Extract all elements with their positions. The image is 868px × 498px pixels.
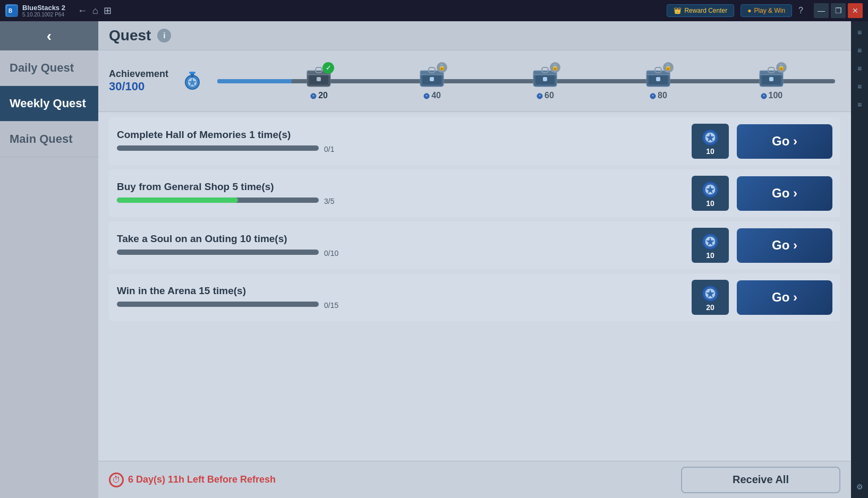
quest-reward-points-2: 10 [706,251,714,260]
milestone-80: 🔒 80 [643,62,674,100]
quest-item-3: Win in the Arena 15 time(s) 0/15 20 [109,273,840,321]
quest-go-button-1[interactable]: Go › [737,176,832,211]
quest-go-button-0[interactable]: Go › [737,124,832,159]
reward-center-button[interactable]: 👑 Reward Center [667,4,734,17]
quest-list: Complete Hall of Memories 1 time(s) 0/1 [98,112,851,461]
layout-nav-button[interactable]: ⊞ [104,5,112,16]
achievement-medal-icon [181,70,204,93]
achievement-progress-track: ✓ 20 [212,58,840,104]
milestone-20: ✓ 20 [303,62,334,100]
help-button[interactable]: ? [798,6,803,15]
quest-progress-bar-3 [117,302,319,307]
right-sidebar-icon-3[interactable]: ≡ [854,63,865,74]
svg-rect-39 [769,77,773,81]
restore-button[interactable]: ❐ [831,3,846,18]
milestone-40: 🔒 40 [416,62,447,100]
quest-info-3: Win in the Arena 15 time(s) 0/15 [117,285,684,310]
quest-info-0: Complete Hall of Memories 1 time(s) 0/1 [117,129,684,153]
quest-item-0: Complete Hall of Memories 1 time(s) 0/1 [109,117,840,165]
quest-item-1: Buy from General Shop 5 time(s) 3/5 [109,169,840,217]
titlebar-nav: ← ⌂ ⊞ [78,5,112,16]
timer-text: 6 Day(s) 11h Left Before Refresh [128,474,276,485]
quest-name-3: Win in the Arena 15 time(s) [117,285,684,297]
quest-header: Quest i [98,21,851,50]
app-version: 5.10.20.1002 P64 [22,12,65,18]
achievement-label: Achievement [109,68,168,80]
quest-progress-bar-2 [117,250,319,255]
achievement-content: Achievement 30/100 [109,58,840,104]
achievement-score: 30/100 [109,80,144,93]
sidebar-item-weekly[interactable]: Weekly Quest [0,86,98,122]
titlebar: B BlueStacks 2 5.10.20.1002 P64 ← ⌂ ⊞ 👑 … [0,0,868,21]
quest-reward-3: 20 [692,280,729,315]
right-sidebar-icon-4[interactable]: ≡ [854,81,865,92]
titlebar-left: B BlueStacks 2 5.10.20.1002 P64 ← ⌂ ⊞ [5,4,112,18]
quest-reward-points-1: 10 [706,199,714,208]
milestone-lock-badge-80: 🔒 [663,62,674,73]
back-button[interactable]: ‹ [0,21,98,50]
svg-text:B: B [8,8,12,14]
minimize-button[interactable]: — [814,3,829,18]
quest-info-2: Take a Soul on an Outing 10 time(s) 0/10 [117,233,684,257]
quest-reward-1: 10 [692,176,729,211]
svg-rect-6 [189,72,195,74]
milestone-check-badge-20: ✓ [322,62,334,74]
quest-footer: ⏱ 6 Day(s) 11h Left Before Refresh Recei… [98,461,851,498]
quest-progress-text-3: 0/15 [324,301,338,310]
quest-reward-2: 10 [692,228,729,263]
sidebar-item-main[interactable]: Main Quest [0,122,98,157]
play-win-button[interactable]: ● Play & Win [741,4,792,17]
main-container: ‹ Daily Quest Weekly Quest Main Quest Qu… [0,21,851,498]
milestone-60: 🔒 60 [530,62,560,100]
achievement-section: Achievement 30/100 [98,50,851,112]
quest-name-0: Complete Hall of Memories 1 time(s) [117,129,684,141]
milestone-label-20: 20 [303,91,334,100]
quest-progress-bar-1 [117,198,319,203]
milestone-100: 🔒 100 [756,62,787,100]
quest-progress-fill-1 [117,198,238,203]
sidebar-item-daily[interactable]: Daily Quest [0,50,98,86]
back-arrow-icon: ‹ [47,28,52,45]
right-sidebar-icon-2[interactable]: ≡ [854,45,865,56]
milestone-lock-badge-100: 🔒 [776,62,787,73]
timer-section: ⏱ 6 Day(s) 11h Left Before Refresh [109,473,276,487]
milestone-lock-badge-60: 🔒 [550,62,560,73]
app-icon: B [5,4,18,17]
quest-go-button-2[interactable]: Go › [737,228,832,263]
quest-info-1: Buy from General Shop 5 time(s) 3/5 [117,181,684,205]
quest-reward-points-3: 20 [706,303,714,312]
milestone-lock-badge-40: 🔒 [437,62,447,73]
right-sidebar-icon-1[interactable]: ≡ [854,27,865,38]
settings-icon[interactable]: ⚙ [854,481,865,493]
titlebar-right: 👑 Reward Center ● Play & Win ? — ❐ ✕ [667,3,863,18]
milestone-label-40: 40 [416,91,447,100]
quest-name-2: Take a Soul on an Outing 10 time(s) [117,233,684,245]
quest-progress-bar-0 [117,145,319,151]
timer-icon: ⏱ [109,473,124,487]
info-icon[interactable]: i [157,29,171,42]
quest-go-button-3[interactable]: Go › [737,280,832,315]
quest-name-1: Buy from General Shop 5 time(s) [117,181,684,193]
quest-progress-text-2: 0/10 [324,249,338,257]
track-fill [217,79,292,83]
quest-progress-text-1: 3/5 [324,197,334,205]
svg-rect-11 [317,77,321,81]
right-sidebar-icon-5[interactable]: ≡ [854,99,865,110]
quest-reward-points-0: 10 [706,147,714,156]
svg-rect-18 [430,77,434,81]
quest-item-2: Take a Soul on an Outing 10 time(s) 0/10 [109,221,840,269]
back-nav-button[interactable]: ← [78,5,87,16]
svg-rect-25 [543,77,547,81]
home-nav-button[interactable]: ⌂ [92,5,98,16]
left-nav: ‹ Daily Quest Weekly Quest Main Quest [0,21,98,498]
svg-rect-32 [656,77,660,81]
window-controls: — ❐ ✕ [814,3,863,18]
right-sidebar: ≡ ≡ ≡ ≡ ≡ ⚙ [851,21,868,498]
milestone-label-80: 80 [643,91,674,100]
close-button[interactable]: ✕ [848,3,863,18]
content-area: Quest i Achievement 30/100 [98,21,851,498]
quest-progress-text-0: 0/1 [324,145,334,153]
page-title: Quest [109,27,151,44]
receive-all-button[interactable]: Receive All [681,467,840,493]
milestone-label-60: 60 [530,91,560,100]
